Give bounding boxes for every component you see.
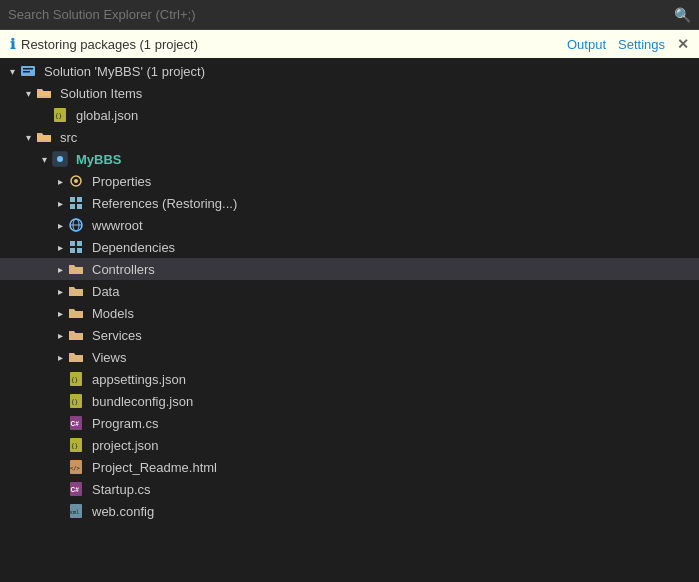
tree-item-label-data: Data <box>92 284 119 299</box>
tree-item-mybbs[interactable]: MyBBS <box>0 148 699 170</box>
tree-item-label-solution: Solution 'MyBBS' (1 project) <box>44 64 205 79</box>
tree-item-project-readme[interactable]: </> Project_Readme.html <box>0 456 699 478</box>
folder-open-icon <box>36 129 56 145</box>
tree-item-models[interactable]: Models <box>0 302 699 324</box>
html-icon: </> <box>68 459 88 475</box>
tree-item-label-bundleconfig: bundleconfig.json <box>92 394 193 409</box>
svg-rect-2 <box>23 71 30 73</box>
folder-open-icon <box>36 85 56 101</box>
json-icon: {} <box>68 371 88 387</box>
folder-icon <box>68 283 88 299</box>
json-icon: {} <box>52 107 72 123</box>
info-icon: ℹ <box>10 36 15 52</box>
close-notification-button[interactable]: ✕ <box>677 36 689 52</box>
tree-item-label-properties: Properties <box>92 174 151 189</box>
settings-link[interactable]: Settings <box>618 37 665 52</box>
search-icon[interactable]: 🔍 <box>674 7 691 23</box>
tree-item-project-json[interactable]: {} project.json <box>0 434 699 456</box>
search-input[interactable] <box>8 7 674 22</box>
expander-references[interactable] <box>52 198 68 209</box>
tree-item-solution-items[interactable]: Solution Items <box>0 82 699 104</box>
wwwroot-icon <box>68 217 88 233</box>
svg-rect-17 <box>77 241 82 246</box>
tree-item-solution[interactable]: Solution 'MyBBS' (1 project) <box>0 60 699 82</box>
svg-text:C#: C# <box>71 420 80 427</box>
tree-item-global-json[interactable]: {} global.json <box>0 104 699 126</box>
tree-item-label-startup-cs: Startup.cs <box>92 482 151 497</box>
tree-item-src[interactable]: src <box>0 126 699 148</box>
tree-item-label-mybbs: MyBBS <box>76 152 122 167</box>
xml-icon: xml <box>68 503 88 519</box>
svg-text:{}: {} <box>71 376 78 383</box>
tree-item-label-controllers: Controllers <box>92 262 155 277</box>
tree-item-program-cs[interactable]: C# Program.cs <box>0 412 699 434</box>
tree-item-label-solution-items: Solution Items <box>60 86 142 101</box>
svg-rect-9 <box>70 197 75 202</box>
tree-item-label-src: src <box>60 130 77 145</box>
expander-wwwroot[interactable] <box>52 220 68 231</box>
props-icon <box>68 173 88 189</box>
svg-text:C#: C# <box>71 486 80 493</box>
folder-icon <box>68 349 88 365</box>
expander-properties[interactable] <box>52 176 68 187</box>
svg-rect-10 <box>77 197 82 202</box>
svg-text:{}: {} <box>71 398 78 405</box>
expander-src[interactable] <box>20 132 36 143</box>
tree-item-dependencies[interactable]: Dependencies <box>0 236 699 258</box>
tree-item-label-global-json: global.json <box>76 108 138 123</box>
cs-icon: C# <box>68 415 88 431</box>
expander-data[interactable] <box>52 286 68 297</box>
svg-rect-1 <box>23 68 33 70</box>
tree-item-label-views: Views <box>92 350 126 365</box>
tree-item-label-services: Services <box>92 328 142 343</box>
folder-icon <box>68 305 88 321</box>
refs-icon <box>68 195 88 211</box>
expander-controllers[interactable] <box>52 264 68 275</box>
json-icon: {} <box>68 437 88 453</box>
search-bar: 🔍 <box>0 0 699 30</box>
tree-item-label-web-config: web.config <box>92 504 154 519</box>
folder-icon <box>68 261 88 277</box>
svg-text:{}: {} <box>71 442 78 449</box>
tree-item-appsettings[interactable]: {} appsettings.json <box>0 368 699 390</box>
svg-point-6 <box>57 156 63 162</box>
output-link[interactable]: Output <box>567 37 606 52</box>
tree-item-views[interactable]: Views <box>0 346 699 368</box>
expander-mybbs[interactable] <box>36 154 52 165</box>
expander-models[interactable] <box>52 308 68 319</box>
project-icon <box>52 151 72 167</box>
tree-item-web-config[interactable]: xml web.config <box>0 500 699 522</box>
svg-rect-18 <box>70 248 75 253</box>
tree-item-label-project-json: project.json <box>92 438 158 453</box>
tree-item-controllers[interactable]: Controllers <box>0 258 699 280</box>
svg-rect-19 <box>77 248 82 253</box>
svg-rect-12 <box>77 204 82 209</box>
tree-item-label-references: References (Restoring...) <box>92 196 237 211</box>
expander-solution[interactable] <box>4 66 20 77</box>
expander-services[interactable] <box>52 330 68 341</box>
expander-views[interactable] <box>52 352 68 363</box>
folder-icon <box>68 327 88 343</box>
cs-icon: C# <box>68 481 88 497</box>
tree-item-label-appsettings: appsettings.json <box>92 372 186 387</box>
tree-item-properties[interactable]: Properties <box>0 170 699 192</box>
solution-icon <box>20 63 40 79</box>
tree-item-bundleconfig[interactable]: {} bundleconfig.json <box>0 390 699 412</box>
tree-item-label-models: Models <box>92 306 134 321</box>
deps-icon <box>68 239 88 255</box>
json-icon: {} <box>68 393 88 409</box>
expander-solution-items[interactable] <box>20 88 36 99</box>
tree-item-startup-cs[interactable]: C# Startup.cs <box>0 478 699 500</box>
notification-bar: ℹ Restoring packages (1 project) Output … <box>0 30 699 58</box>
svg-rect-11 <box>70 204 75 209</box>
tree-item-label-wwwroot: wwwroot <box>92 218 143 233</box>
svg-text:{}: {} <box>55 112 62 119</box>
tree-item-wwwroot[interactable]: wwwroot <box>0 214 699 236</box>
tree-item-data[interactable]: Data <box>0 280 699 302</box>
tree-item-label-program-cs: Program.cs <box>92 416 158 431</box>
svg-point-8 <box>74 179 78 183</box>
tree-item-services[interactable]: Services <box>0 324 699 346</box>
tree-item-label-dependencies: Dependencies <box>92 240 175 255</box>
expander-dependencies[interactable] <box>52 242 68 253</box>
tree-item-references[interactable]: References (Restoring...) <box>0 192 699 214</box>
